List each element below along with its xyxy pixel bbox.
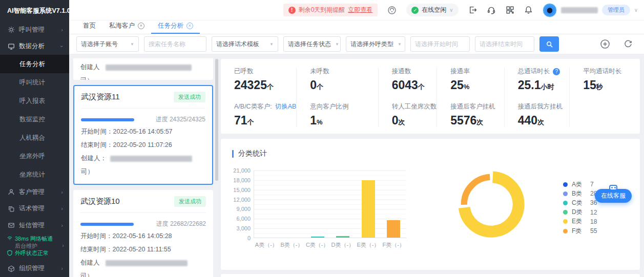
legend-item-e[interactable]: E类 18 — [563, 217, 597, 226]
role-badge: 管理员 — [602, 5, 630, 15]
agent-status-select[interactable]: ✓ 在线空闲 ∨ — [406, 4, 458, 16]
stat-unit: 次 — [537, 118, 544, 126]
sidebar-subitem-human-machine[interactable]: 人机耦合 — [0, 129, 69, 147]
monitor-icon — [8, 43, 15, 50]
creator-line: 创建人 — [80, 256, 206, 269]
sidebar-subitem-task-analysis[interactable]: 任务分析 — [0, 55, 69, 73]
task-status-select[interactable]: 请选择任务状态 ▼ — [283, 36, 341, 52]
sidebar-subitem-data-monitor[interactable]: 数据监控 — [0, 110, 69, 129]
chevron-right-icon: › — [61, 223, 63, 228]
stat-label: 平均通话时长 — [583, 67, 640, 76]
task-card-partial[interactable]: 创建人 司） — [73, 58, 213, 80]
tab-bar: 首页 私海客户 × 任务分析 × — [69, 20, 644, 34]
task-name-search-input[interactable] — [144, 36, 206, 52]
exit-icon[interactable] — [468, 6, 477, 14]
close-icon[interactable]: × — [138, 23, 144, 29]
stat-total-duration: 总通话时长? 25.1小时 — [518, 67, 569, 92]
y-tick: 21,000 — [233, 167, 251, 174]
agent-status-label: 在线空闲 — [422, 6, 446, 14]
sidebar-item-org-management[interactable]: 组织管理 › — [0, 261, 69, 277]
legend-item-f[interactable]: F类 55 — [563, 226, 597, 236]
sidebar-item-maintenance[interactable]: 后台维护 › — [7, 242, 64, 249]
cube-icon — [8, 265, 15, 272]
section-title: 分类统计 — [238, 149, 267, 158]
online-service-label: 在线客服 — [601, 192, 626, 199]
sidebar-item-sms-management[interactable]: 短信管理 › — [0, 217, 69, 234]
task-list: 创建人 司） 武汉资源11 发送成功 进度 24325/24325 — [69, 54, 219, 277]
progress-bar — [80, 223, 134, 226]
stat-unit: 个 — [418, 83, 425, 91]
list-scrollbar[interactable] — [215, 59, 218, 181]
legend-dot — [563, 182, 568, 187]
tab-home[interactable]: 首页 — [76, 22, 102, 34]
caret-down-icon: ▼ — [331, 42, 339, 47]
legend-label: C类 — [572, 199, 586, 207]
tab-label: 首页 — [83, 22, 96, 30]
sidebar-subitem-agent-outbound[interactable]: 坐席外呼 — [0, 147, 69, 165]
select-value: 请选择任务状态 — [288, 40, 331, 49]
stat-unit: 个 — [317, 83, 323, 91]
legend-label: E类 — [572, 217, 586, 226]
help-icon[interactable]: ? — [553, 68, 560, 75]
end-time-input[interactable] — [475, 36, 534, 52]
sidebar-subitem-call-stats[interactable]: 呼叫统计 — [0, 73, 69, 92]
tab-task-analysis[interactable]: 任务分析 × — [151, 22, 200, 34]
status-badge: 发送成功 — [174, 196, 206, 207]
outbound-type-select[interactable]: 请选择外呼类型 ▼ — [346, 36, 405, 52]
task-card-wuhan-10[interactable]: 武汉资源10 发送成功 进度 22682/22682 开始时间：2022-05-… — [73, 190, 213, 277]
stat-unit: 小时 — [541, 83, 554, 91]
tab-label: 任务分析 — [158, 22, 183, 30]
online-service-floater[interactable]: 在线客服 — [595, 189, 632, 203]
creator-tail: 司） — [80, 269, 206, 277]
progress-text: 进度 22682/22682 — [156, 220, 206, 228]
progress-text: 进度 24325/24325 — [156, 115, 205, 124]
legend-value: 12 — [590, 209, 597, 216]
stat-value: 25 — [450, 78, 464, 92]
sidebar-subitem-inbound-report[interactable]: 呼入报表 — [0, 92, 69, 110]
stat-unit: % — [317, 118, 323, 126]
start-time-input[interactable] — [410, 36, 470, 52]
stat-col: 已呼数 24325个 A/B/C类客户:切换AB 71个 — [221, 67, 296, 127]
qr-code-icon[interactable] — [506, 6, 514, 14]
section-header: 分类统计 — [232, 149, 267, 158]
bell-icon[interactable] — [524, 6, 533, 14]
legend-item-b[interactable]: B类 28 — [563, 189, 597, 198]
task-card-wuhan-11[interactable]: 武汉资源11 发送成功 进度 24325/24325 开始时间：2022-05-… — [73, 85, 213, 185]
user-menu[interactable]: 管理员 ∨ — [543, 3, 638, 17]
add-icon[interactable] — [600, 39, 610, 49]
switch-ab-link[interactable]: 切换AB — [275, 102, 297, 111]
refresh-icon[interactable] — [624, 39, 633, 49]
divider — [81, 108, 205, 109]
legend-dot — [563, 229, 568, 233]
legend-item-c[interactable]: C类 36 — [563, 198, 597, 207]
legend-value: 55 — [590, 227, 597, 235]
legend-item-d[interactable]: D类 12 — [563, 208, 597, 217]
y-tick: 12,000 — [233, 197, 251, 203]
legend-dot — [563, 210, 568, 215]
search-button[interactable] — [539, 36, 559, 52]
stat-value: 0 — [310, 78, 317, 92]
next-section-card — [221, 274, 640, 277]
stat-value: 71 — [234, 114, 247, 127]
legend-item-a[interactable]: A类 7 — [563, 180, 597, 189]
legend-dot — [563, 201, 568, 205]
support-icon[interactable] — [387, 6, 397, 15]
sidebar-item-script-management[interactable]: 话术管理 › — [0, 201, 69, 218]
close-icon[interactable]: × — [186, 23, 193, 29]
sidebar-item-call-management[interactable]: 呼叫管理 › — [0, 22, 69, 38]
y-tick: 18,000 — [233, 177, 251, 183]
task-title: 武汉资源11 — [81, 92, 120, 102]
sidebar-item-data-analysis[interactable]: 数据分析 › — [0, 38, 69, 55]
sidebar-item-customer-management[interactable]: 客户管理 › — [0, 184, 69, 201]
sub-account-select[interactable]: 请选择子账号 ▼ — [76, 36, 139, 52]
select-value: 请选择外呼类型 — [350, 40, 393, 49]
legend-value: 18 — [590, 218, 597, 225]
view-now-link[interactable]: 立即查看 — [348, 6, 372, 14]
analytics-panel: 已呼数 24325个 A/B/C类客户:切换AB 71个 未呼数 0个 意向客户… — [219, 54, 644, 277]
copy-icon — [8, 205, 15, 212]
script-template-select[interactable]: 请选择话术模板 ▼ — [212, 36, 278, 52]
network-status-text: 38ms 网络畅通 — [15, 235, 53, 242]
sidebar-subitem-agent-stats[interactable]: 坐席统计 — [0, 165, 69, 184]
agent-headset-icon[interactable] — [487, 6, 496, 15]
tab-private-customers[interactable]: 私海客户 × — [102, 22, 151, 34]
